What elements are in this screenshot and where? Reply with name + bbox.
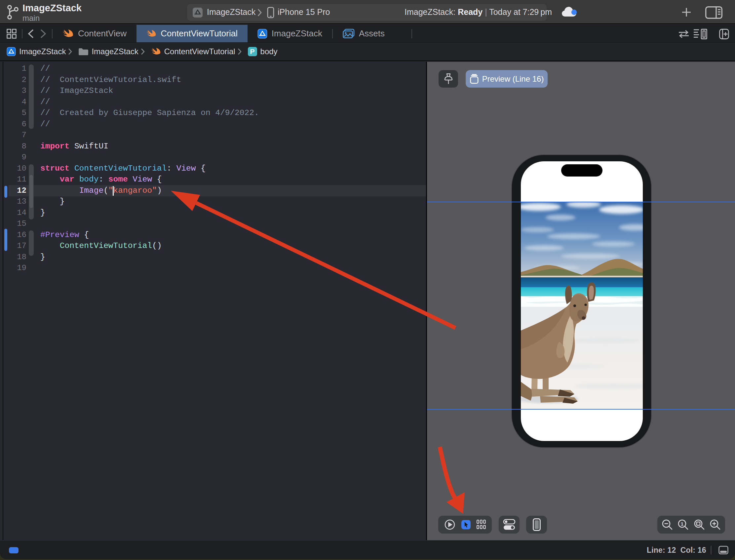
svg-text:1: 1 [681, 521, 683, 527]
